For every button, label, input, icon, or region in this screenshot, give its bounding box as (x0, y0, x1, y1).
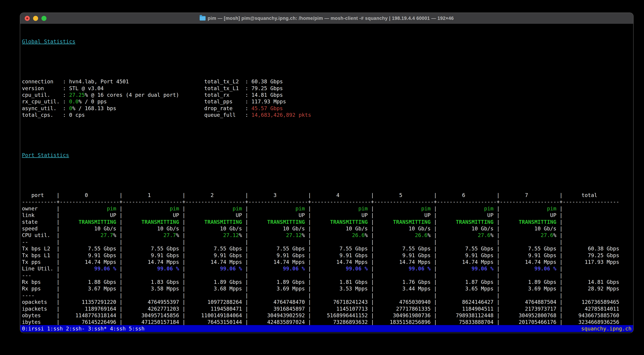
global-stat-line: cpu_util. : 27.25% @ 16 cores (4 per dua… (22, 92, 633, 98)
table-separator-row: -- | | | | | | | | | (22, 239, 633, 245)
global-stat-line: connection : hvn4.lab, Port 4501 total_t… (22, 78, 633, 85)
tmux-status-bar: 0:irssi 1:ssh 2:ssh- 3:ssh* 4:ssh 5:ssh … (20, 325, 633, 332)
table-separator-line: -----------+-------------------+--------… (22, 198, 633, 205)
table-row: obytes | 1148776318144 | 304957145856 | … (22, 312, 633, 319)
table-row: Tx bps L1 | 9.91 Gbps | 9.91 Gbps | 9.91… (22, 252, 633, 259)
table-row: Line Util. | 99.06 % | 99.06 % | 99.06 %… (22, 266, 633, 272)
table-header-row: port | 0 | 1 | 2 | 3 | 4 | 5 | 6 | 7 | t… (22, 192, 633, 198)
table-row: state | TRANSMITTING | TRANSMITTING | TR… (22, 219, 633, 225)
window-title-area: pim — [mosh] pim@squanchy.ipng.ch: /home… (20, 16, 633, 21)
terminal-content[interactable]: Global Statistics connection : hvn4.lab,… (20, 24, 633, 333)
table-row: ipackets | 1189769164 | 4262771203 | 119… (22, 306, 633, 312)
tmux-hostname: squanchy.ipng.ch (581, 326, 632, 332)
table-row: opackets | 11357291220 | 4764955397 | 10… (22, 299, 633, 306)
table-row: CPU util. | 27.7% | 27.7% | 27.12% | 27.… (22, 232, 633, 238)
terminal-window: pim — [mosh] pim@squanchy.ipng.ch: /home… (20, 12, 634, 333)
folder-icon (200, 16, 206, 20)
table-row: rx-pkts | 1.19 Gpkts | 4.26 Gpkts | 1.19… (22, 332, 633, 333)
port-statistics-table: port | 0 | 1 | 2 | 3 | 4 | 5 | 6 | 7 | t… (22, 192, 633, 333)
table-row: owner | pim | pim | pim | pim | pim | pi… (22, 205, 633, 212)
window-title: pim — [mosh] pim@squanchy.ipng.ch: /home… (208, 16, 454, 21)
global-stat-line: total_cps. : 0 cps queue_full : 14,683,4… (22, 112, 633, 118)
global-stat-line: async_util. : 0% / 168.13 bps drop_rate … (22, 105, 633, 112)
table-separator-row: ---- | | | | | | | | | (22, 292, 633, 299)
table-row: speed | 10 Gb/s | 10 Gb/s | 10 Gb/s | 10… (22, 225, 633, 232)
table-row: Rx pps | 3.67 Mpps | 3.58 Mpps | 3.68 Mp… (22, 286, 633, 292)
global-statistics-block: connection : hvn4.lab, Port 4501 total_t… (22, 78, 633, 118)
window-titlebar[interactable]: pim — [mosh] pim@squanchy.ipng.ch: /home… (20, 13, 633, 24)
desktop-background: pim — [mosh] pim@squanchy.ipng.ch: /home… (0, 0, 644, 355)
global-statistics-heading: Global Statistics (22, 38, 633, 45)
table-row: Rx bps | 1.88 Gbps | 1.83 Gbps | 1.89 Gb… (22, 279, 633, 286)
table-row: link | UP | UP | UP | UP | UP | UP | UP … (22, 212, 633, 218)
table-row: Tx pps | 14.74 Mpps | 14.74 Mpps | 14.74… (22, 259, 633, 266)
tmux-windows-list: 0:irssi 1:ssh 2:ssh- 3:ssh* 4:ssh 5:ssh (22, 326, 144, 332)
table-row: ibytes | 76145226496 | 471250157184 | 76… (22, 319, 633, 326)
table-separator-row: --- | | | | | | | | | (22, 272, 633, 279)
global-stat-line: version : STL @ v3.04 total_tx_L1 : 79.2… (22, 85, 633, 92)
global-stat-line: rx_cpu_util. : 0.0% / 0 pps total_pps : … (22, 98, 633, 105)
port-statistics-heading: Port Statistics (22, 152, 633, 158)
table-row: Tx bps L2 | 7.55 Gbps | 7.55 Gbps | 7.55… (22, 245, 633, 252)
